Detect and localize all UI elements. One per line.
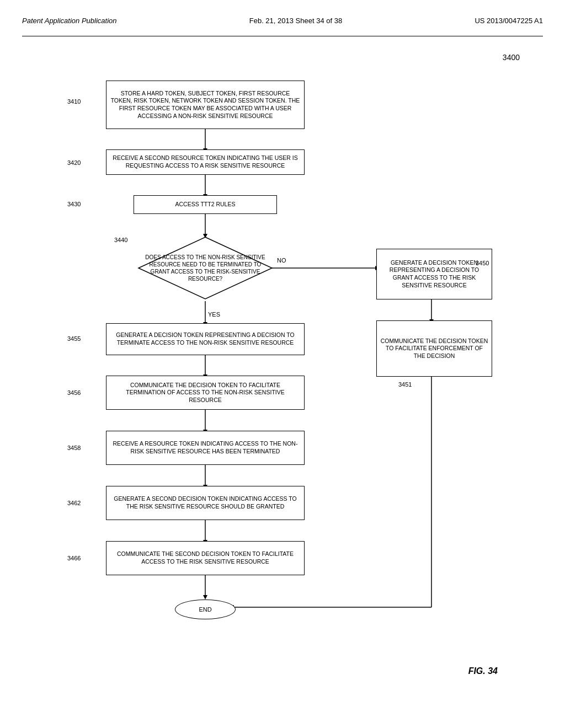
step-3410: STORE A HARD TOKEN, SUBJECT TOKEN, FIRST…	[106, 81, 305, 129]
page-header: Patent Application Publication Feb. 21, …	[22, 11, 543, 36]
header-left: Patent Application Publication	[22, 17, 117, 25]
label-3420: 3420	[67, 159, 81, 166]
fig-label: FIG. 34	[468, 666, 498, 676]
label-3440: 3440	[114, 237, 127, 243]
label-3466: 3466	[67, 555, 81, 561]
step-3420: RECEIVE A SECOND RESOURCE TOKEN INDICATI…	[106, 149, 305, 175]
svg-text:YES: YES	[208, 311, 220, 318]
step-3458: RECEIVE A RESOURCE TOKEN INDICATING ACCE…	[106, 431, 305, 465]
step-3466: COMMUNICATE THE SECOND DECISION TOKEN TO…	[106, 541, 305, 575]
label-3451: 3451	[398, 381, 412, 388]
step-3450: GENERATE A DECISION TOKEN REPRESENTING A…	[376, 249, 492, 299]
header-center: Feb. 21, 2013 Sheet 34 of 38	[249, 17, 342, 25]
diagram-label: 3400	[503, 53, 520, 62]
label-3455: 3455	[67, 335, 81, 342]
svg-text:NO: NO	[277, 257, 286, 264]
page: Patent Application Publication Feb. 21, …	[0, 0, 565, 728]
flowchart: 3400	[34, 53, 531, 687]
label-3430: 3430	[67, 201, 81, 207]
label-3456: 3456	[67, 389, 81, 396]
step-3456: COMMUNICATE THE DECISION TOKEN TO FACILI…	[106, 376, 305, 410]
step-3451: COMMUNICATE THE DECISION TOKEN TO FACILI…	[376, 320, 492, 377]
label-3450: 3450	[476, 260, 489, 266]
step-3430: ACCESS TTT2 RULES	[134, 195, 277, 214]
label-3458: 3458	[67, 445, 81, 451]
diamond-3440: DOES ACCESS TO THE NON-RISK SENSITIVE RE…	[136, 235, 274, 301]
step-3462: GENERATE A SECOND DECISION TOKEN INDICAT…	[106, 486, 305, 520]
diamond-3440-text: DOES ACCESS TO THE NON-RISK SENSITIVE RE…	[142, 254, 269, 282]
label-3462: 3462	[67, 500, 81, 506]
svg-marker-17	[203, 595, 207, 599]
header-right: US 2013/0047225 A1	[475, 17, 543, 25]
end-oval: END	[175, 599, 236, 619]
step-3455: GENERATE A DECISION TOKEN REPRESENTING A…	[106, 323, 305, 355]
label-3410: 3410	[67, 98, 81, 105]
